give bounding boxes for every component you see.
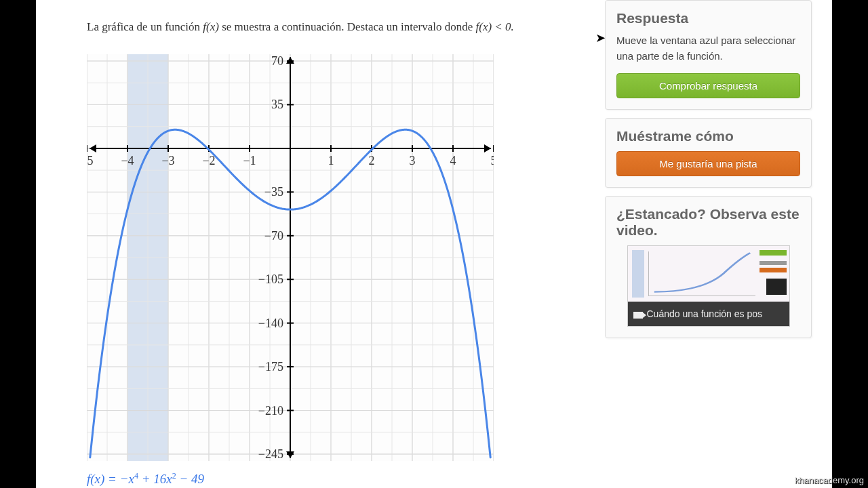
problem-condition: f(x) < 0. (476, 20, 514, 33)
svg-text:1: 1 (328, 154, 334, 167)
svg-text:−4: −4 (121, 154, 134, 167)
svg-text:−245: −245 (258, 447, 283, 461)
sidebar: Respuesta Mueve la ventana azul para sel… (605, 0, 812, 346)
svg-text:−210: −210 (258, 404, 283, 418)
stuck-title: ¿Estancado? Observa este video. (616, 206, 800, 239)
showme-panel: Muéstrame cómo Me gustaría una pista (605, 118, 812, 188)
content-area: La gráfica de un función f(x) se muestra… (36, 0, 832, 488)
graph[interactable]: −5−4−3−2−1123457035−35−70−105−140−175−21… (87, 54, 494, 461)
svg-text:−5: −5 (87, 154, 94, 167)
answer-text: Mueve la ventana azul para seleccionar u… (616, 33, 800, 64)
problem-statement: La gráfica de un función f(x) se muestra… (87, 20, 514, 34)
watermark: khanacademy.org (795, 475, 864, 485)
svg-text:2: 2 (369, 154, 375, 167)
svg-text:35: 35 (271, 98, 283, 111)
svg-text:3: 3 (410, 154, 416, 167)
svg-text:−140: −140 (258, 317, 283, 330)
video-preview (628, 246, 789, 302)
showme-title: Muéstrame cómo (616, 128, 800, 144)
graph-svg: −5−4−3−2−1123457035−35−70−105−140−175−21… (87, 54, 494, 461)
svg-text:−1: −1 (243, 154, 256, 167)
cursor-icon: ➤ (595, 30, 606, 45)
video-thumbnail[interactable]: Cuándo una función es pos (627, 245, 790, 327)
problem-mid: se muestra a continuación. Destaca un in… (222, 20, 475, 33)
svg-text:−3: −3 (161, 154, 174, 167)
video-icon (633, 312, 643, 319)
svg-text:70: 70 (271, 54, 283, 68)
video-caption: Cuándo una función es pos (628, 302, 789, 326)
problem-fx: f(x) (203, 20, 219, 33)
hint-button[interactable]: Me gustaría una pista (616, 151, 800, 176)
answer-title: Respuesta (616, 10, 800, 26)
formula: f(x) = −x4 + 16x2 − 49 (87, 471, 204, 487)
problem-prefix: La gráfica de un función (87, 20, 203, 33)
check-answer-button[interactable]: Comprobar respuesta (616, 73, 800, 98)
svg-text:−2: −2 (202, 154, 215, 167)
svg-text:−105: −105 (258, 272, 283, 286)
stuck-panel: ¿Estancado? Observa este video. Cuándo (605, 196, 812, 338)
svg-text:−175: −175 (258, 360, 283, 373)
svg-text:5: 5 (491, 154, 494, 167)
answer-panel: Respuesta Mueve la ventana azul para sel… (605, 0, 812, 110)
svg-text:−70: −70 (264, 229, 283, 243)
svg-text:4: 4 (450, 154, 456, 167)
svg-text:−35: −35 (264, 185, 283, 199)
